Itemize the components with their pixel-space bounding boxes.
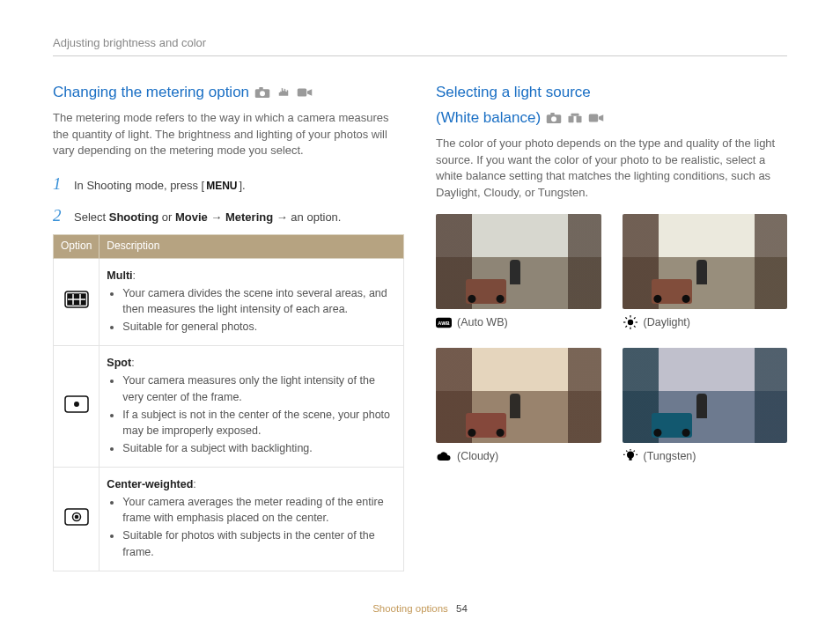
svg-line-38	[633, 451, 634, 452]
heading-white-balance: Selecting a light source (White balance)	[436, 83, 787, 129]
option-point: Suitable for photos with subjects in the…	[122, 527, 396, 559]
step2-metering: Metering	[225, 210, 273, 224]
step2-arrow1: →	[208, 210, 225, 224]
svg-point-16	[551, 116, 556, 122]
svg-rect-1	[259, 87, 263, 90]
table-row: Spot: Your camera measures only the ligh…	[54, 346, 404, 468]
wb-sample-image	[623, 348, 788, 443]
step2-movie: Movie	[175, 210, 208, 224]
svg-rect-3	[298, 89, 307, 97]
footer-section: Shooting options	[372, 603, 448, 614]
option-desc-cell: Multi: Your camera divides the scene int…	[99, 258, 404, 346]
page-footer: Shooting options 54	[0, 601, 840, 616]
step2-shooting: Shooting	[109, 210, 158, 224]
step2-arrow2: → an option.	[273, 210, 341, 224]
wb-item-auto: AWB (Auto WB)	[436, 214, 601, 330]
svg-text:AWB: AWB	[438, 321, 449, 326]
camera-icon	[254, 86, 270, 99]
svg-line-30	[634, 318, 636, 320]
wb-label: (Tungsten)	[644, 448, 696, 464]
svg-point-2	[260, 91, 265, 96]
heading-metering-text: Changing the metering option	[53, 83, 249, 103]
option-desc-cell: Spot: Your camera measures only the ligh…	[99, 346, 404, 468]
option-icon-cell	[54, 468, 99, 571]
option-point: Suitable for a subject with backlighting…	[122, 440, 396, 456]
svg-point-32	[627, 452, 634, 459]
th-description: Description	[99, 235, 404, 258]
center-weighted-icon	[64, 508, 89, 526]
wb-label: (Daylight)	[644, 314, 691, 330]
svg-line-29	[634, 326, 636, 328]
svg-line-31	[625, 326, 627, 328]
option-point: Your camera divides the scene into sever…	[122, 285, 396, 317]
hand-icon	[276, 86, 291, 99]
wb-caption: (Daylight)	[623, 314, 788, 330]
multi-metering-icon	[64, 291, 89, 308]
step-number: 2	[53, 203, 67, 228]
wb-caption: (Tungsten)	[623, 448, 788, 464]
cloud-icon	[436, 450, 452, 462]
step-number: 1	[53, 172, 67, 196]
wb-sample-image	[436, 214, 601, 309]
heading-metering: Changing the metering option	[53, 83, 404, 103]
menu-button-label: MENU	[204, 179, 239, 194]
step1-post: ].	[239, 179, 246, 192]
th-option: Option	[54, 235, 99, 258]
option-point: Suitable for general photos.	[122, 319, 396, 335]
camera-icon	[546, 112, 562, 124]
svg-rect-17	[569, 116, 574, 123]
step-2: 2 Select Shooting or Movie → Metering → …	[53, 203, 404, 228]
svg-point-10	[74, 402, 77, 406]
sun-icon	[623, 316, 638, 328]
wb-item-tungsten: (Tungsten)	[623, 348, 788, 464]
option-label: Center-weighted	[107, 478, 193, 490]
page-number: 54	[456, 603, 468, 614]
bulb-icon	[623, 450, 638, 462]
option-label: Multi	[107, 269, 132, 282]
option-icon-cell	[54, 346, 99, 468]
svg-rect-15	[550, 113, 555, 115]
metering-table: Option Description Multi: Your camera di…	[53, 234, 404, 571]
auto-wb-icon: AWB	[436, 316, 452, 328]
divider	[53, 55, 787, 56]
step2-or: or	[158, 210, 175, 224]
option-icon-cell	[54, 258, 99, 346]
video-icon	[297, 86, 313, 99]
wb-caption: AWB (Auto WB)	[436, 314, 601, 330]
option-label: Spot	[107, 357, 131, 369]
step1-pre: In Shooting mode, press [	[74, 179, 204, 192]
wb-intro: The color of your photo depends on the t…	[436, 136, 787, 202]
metering-intro: The metering mode refers to the way in w…	[53, 110, 404, 160]
breadcrumb: Adjusting brightness and color	[53, 35, 787, 52]
right-column: Selecting a light source (White balance)…	[436, 83, 787, 571]
wb-item-daylight: (Daylight)	[623, 214, 788, 330]
svg-rect-33	[629, 458, 631, 461]
spot-metering-icon	[64, 395, 89, 413]
option-point: If a subject is not in the center of the…	[122, 407, 396, 439]
table-row: Multi: Your camera divides the scene int…	[54, 258, 404, 346]
svg-line-28	[625, 318, 627, 320]
option-point: Your camera averages the meter reading o…	[122, 494, 396, 526]
wb-examples-grid: AWB (Auto WB) (Daylight)	[436, 214, 787, 464]
heading-wb-line2: (White balance)	[436, 108, 541, 129]
wb-item-cloudy: (Cloudy)	[436, 348, 601, 464]
step2-pre: Select	[74, 210, 109, 224]
heading-wb-line1: Selecting a light source	[436, 83, 787, 103]
video-icon	[588, 112, 604, 124]
table-row: Center-weighted: Your camera averages th…	[54, 468, 404, 571]
step-1: 1 In Shooting mode, press [MENU].	[53, 172, 404, 196]
step-1-text: In Shooting mode, press [MENU].	[74, 178, 246, 195]
svg-rect-19	[571, 114, 579, 116]
wb-sample-image	[623, 214, 788, 309]
svg-rect-20	[589, 114, 599, 122]
option-point: Your camera measures only the light inte…	[122, 372, 396, 404]
wb-sample-image	[436, 348, 601, 443]
left-column: Changing the metering option The meterin…	[53, 83, 404, 571]
wb-label: (Cloudy)	[457, 448, 498, 464]
svg-line-37	[626, 451, 627, 452]
step-2-text: Select Shooting or Movie → Metering → an…	[74, 210, 341, 226]
dual-icon	[567, 112, 583, 124]
wb-caption: (Cloudy)	[436, 448, 601, 464]
svg-point-13	[75, 515, 77, 518]
option-desc-cell: Center-weighted: Your camera averages th…	[99, 468, 404, 571]
